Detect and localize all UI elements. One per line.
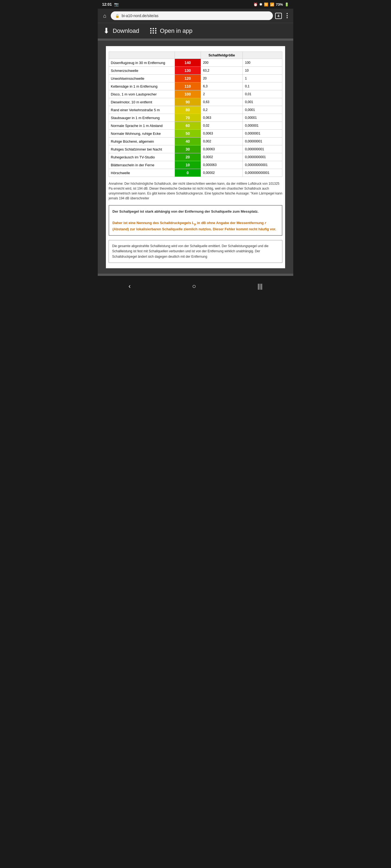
- table-row: Hörschwelle 0 0,00002 0,000000000001: [109, 169, 282, 177]
- info-box: Die gesamte abgestrahlte Schallleistung …: [109, 240, 282, 263]
- row-v2: 0,0000000001: [243, 153, 282, 161]
- camera-icon: 📷: [114, 2, 119, 6]
- row-v2: 0,00000000001: [243, 161, 282, 169]
- battery-icon: 🔋: [284, 2, 289, 6]
- row-v1: 200: [201, 59, 243, 67]
- row-label: Hörschwelle: [109, 169, 175, 177]
- row-db: 80: [175, 106, 201, 114]
- table-row: Normale Wohnung, ruhige Ecke 50 0,0063 0…: [109, 130, 282, 137]
- lock-icon: 🔒: [115, 14, 119, 18]
- col4-header: [243, 52, 282, 59]
- col1-header: [109, 52, 175, 59]
- row-v1: 0,00002: [201, 169, 243, 177]
- url-text: bi-a10-nord.de/site/as: [122, 13, 269, 18]
- row-db: 120: [175, 74, 201, 83]
- row-db: 130: [175, 67, 201, 74]
- row-v1: 6,3: [201, 83, 243, 90]
- table-row: Rand einer Verkehrsstraße 5 m 80 0,2 0,0…: [109, 106, 282, 114]
- row-v1: 0,000063: [201, 161, 243, 169]
- time-display: 12:01: [102, 2, 112, 6]
- row-label: Rand einer Verkehrsstraße 5 m: [109, 106, 175, 114]
- row-v2: 1: [243, 74, 282, 83]
- download-bar: ⬇ Download Open in app: [98, 23, 293, 38]
- row-db: 20: [175, 153, 201, 161]
- row-v2: 0,000000000001: [243, 169, 282, 177]
- col3-header: Schallfeldgröße: [201, 52, 243, 59]
- row-label: Ruhiges Schlafzimmer bei Nacht: [109, 145, 175, 153]
- row-label: Kettensäge in 1 m Entfernung: [109, 83, 175, 90]
- bottom-divider: [98, 274, 293, 276]
- row-v1: 0,0002: [201, 153, 243, 161]
- row-db: 140: [175, 59, 201, 67]
- row-v2: 0,01: [243, 90, 282, 98]
- home-button[interactable]: ⌂: [101, 12, 109, 20]
- download-label: Download: [113, 27, 139, 34]
- row-v1: 2: [201, 90, 243, 98]
- download-icon: ⬇: [103, 26, 109, 35]
- row-label: Düsenflugzeug in 30 m Entfernung: [109, 59, 175, 67]
- row-v1: 0,63: [201, 98, 243, 106]
- row-label: Normale Sprache in 1 m Abstand: [109, 122, 175, 130]
- row-db: 40: [175, 137, 201, 145]
- row-db: 90: [175, 98, 201, 106]
- back-button[interactable]: ‹: [123, 280, 136, 292]
- row-label: Ruhige Bücherei, allgemein: [109, 137, 175, 145]
- table-row: Ruhige Bücherei, allgemein 40 0,002 0,00…: [109, 137, 282, 145]
- row-db: 30: [175, 145, 201, 153]
- wifi-icon: 🛜: [264, 2, 268, 6]
- alarm-icon: ⏰: [253, 2, 258, 6]
- row-label: Ruhegeräusch im TV-Studio: [109, 153, 175, 161]
- row-db: 50: [175, 130, 201, 137]
- row-v2: 0,00000001: [243, 137, 282, 145]
- battery-display: 73%: [276, 2, 283, 6]
- row-v2: 0,001: [243, 98, 282, 106]
- row-v2: 10: [243, 67, 282, 74]
- row-db: 60: [175, 122, 201, 130]
- warning-bold-text: Der Schallpegel ist stark abhängig von d…: [112, 209, 258, 214]
- nav-bar: ‹ ○ |||: [98, 276, 293, 297]
- row-v1: 20: [201, 74, 243, 83]
- note-text: Annahme: Der höchstmögliche Schalldruck,…: [109, 181, 282, 201]
- sound-table: Schallfeldgröße Düsenflugzeug in 30 m En…: [109, 52, 282, 177]
- row-label: Blätterrascheln in der Ferne: [109, 161, 175, 169]
- download-button[interactable]: ⬇ Download: [103, 26, 139, 35]
- table-row: Unwohlseinsschwelle 120 20 1: [109, 74, 282, 83]
- row-label: Dieselmotor, 10 m entfernt: [109, 98, 175, 106]
- table-row: Ruhegeräusch im TV-Studio 20 0,0002 0,00…: [109, 153, 282, 161]
- table-row: Kettensäge in 1 m Entfernung 110 6,3 0,1: [109, 83, 282, 90]
- row-v1: 0,0063: [201, 130, 243, 137]
- page-content: Schallfeldgröße Düsenflugzeug in 30 m En…: [106, 46, 285, 268]
- row-label: Unwohlseinsschwelle: [109, 74, 175, 83]
- open-in-app-label: Open in app: [160, 27, 193, 34]
- tab-count[interactable]: 4: [275, 13, 282, 19]
- status-bar: 12:01 📷 ⏰ ✱ 🛜 📶 73% 🔋: [98, 0, 293, 9]
- row-v1: 0,02: [201, 122, 243, 130]
- row-db: 70: [175, 114, 201, 122]
- table-row: Normale Sprache in 1 m Abstand 60 0,02 0…: [109, 122, 282, 130]
- grid-icon: [150, 28, 157, 34]
- more-button[interactable]: ⋮: [284, 12, 290, 19]
- row-v2: 0,000001: [243, 122, 282, 130]
- recent-apps-button[interactable]: |||: [252, 280, 268, 292]
- row-v1: 63,2: [201, 67, 243, 74]
- open-in-app-button[interactable]: Open in app: [150, 27, 193, 34]
- table-row: Staubsauger in 1 m Entfernung 70 0,063 0…: [109, 114, 282, 122]
- table-row: Schmerzschwelle 130 63,2 10: [109, 67, 282, 74]
- warning-orange-text: Daher ist eine Nennung des Schalldruckpe…: [112, 221, 276, 231]
- row-label: Disco, 1 m vom Lautsprecher: [109, 90, 175, 98]
- row-v2: 0,1: [243, 83, 282, 90]
- row-label: Schmerzschwelle: [109, 67, 175, 74]
- table-row: Disco, 1 m vom Lautsprecher 100 2 0,01: [109, 90, 282, 98]
- row-v1: 0,063: [201, 114, 243, 122]
- row-v2: 0,0001: [243, 106, 282, 114]
- status-left: 12:01 📷: [102, 2, 119, 6]
- col2-header: [175, 52, 201, 59]
- top-divider: [98, 38, 293, 41]
- home-nav-button[interactable]: ○: [187, 280, 201, 292]
- row-v2: 0,000000001: [243, 145, 282, 153]
- url-bar[interactable]: 🔒 bi-a10-nord.de/site/as: [111, 11, 273, 20]
- row-label: Staubsauger in 1 m Entfernung: [109, 114, 175, 122]
- table-row: Blätterrascheln in der Ferne 10 0,000063…: [109, 161, 282, 169]
- warning-box: Der Schallpegel ist stark abhängig von d…: [109, 205, 282, 236]
- row-v2: 100: [243, 59, 282, 67]
